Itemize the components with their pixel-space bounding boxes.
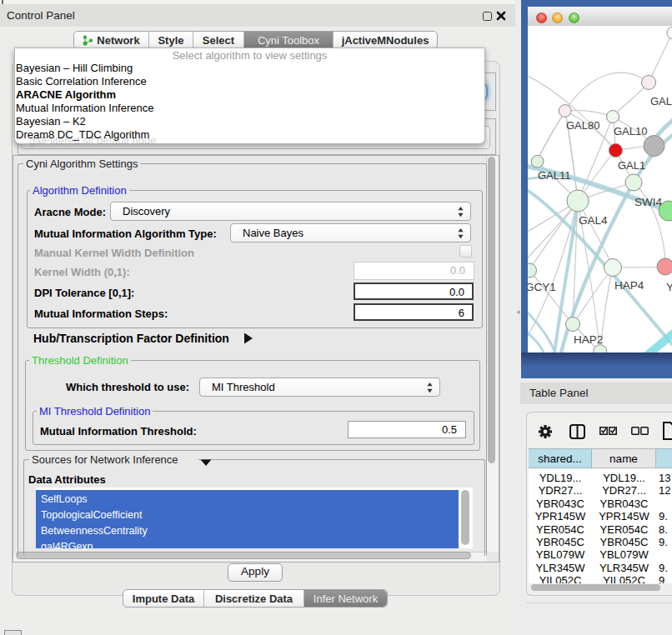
svg-text:GAL4: GAL4 (579, 214, 608, 227)
svg-text:SWI4: SWI4 (634, 196, 662, 208)
svg-text:GAL80: GAL80 (566, 119, 599, 132)
svg-text:HAP4: HAP4 (614, 279, 644, 292)
svg-text:GAL10: GAL10 (614, 125, 647, 138)
svg-text:Y: Y (666, 281, 672, 293)
svg-text:GAL1: GAL1 (618, 159, 645, 172)
svg-text:GAL11: GAL11 (538, 169, 571, 182)
svg-text:GCY1: GCY1 (528, 281, 556, 293)
svg-text:GAL: GAL (650, 95, 672, 108)
svg-text:HAP2: HAP2 (574, 333, 603, 346)
